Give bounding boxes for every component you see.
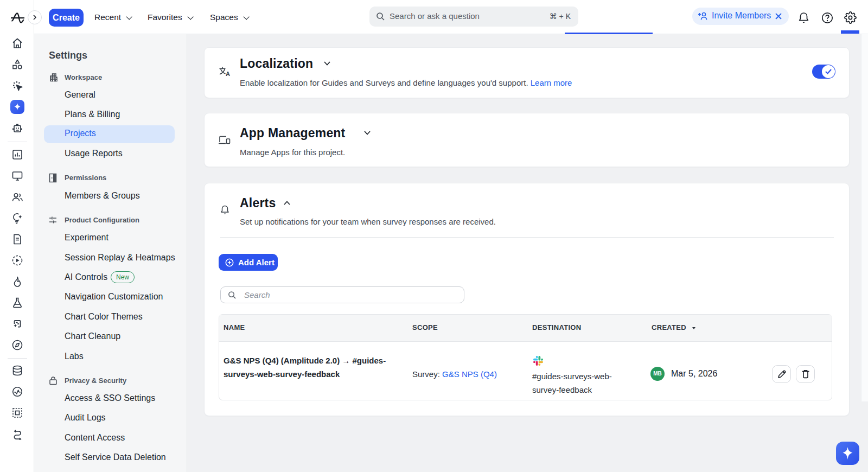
- svg-text:A: A: [226, 71, 230, 77]
